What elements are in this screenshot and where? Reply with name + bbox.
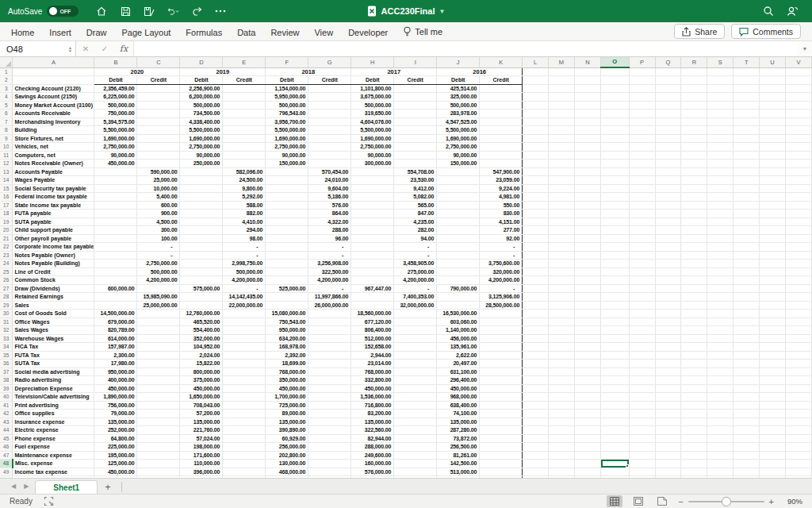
cell[interactable]: 135,000.00	[351, 418, 394, 426]
cell[interactable]	[681, 376, 707, 385]
cell[interactable]: 950,000.00	[266, 326, 308, 335]
cell[interactable]: 152,658.00	[351, 343, 394, 352]
cell[interactable]: 322,560.00	[351, 426, 394, 435]
cell[interactable]: 3,675,000.00	[351, 93, 394, 102]
cell[interactable]	[437, 243, 480, 252]
cell[interactable]	[523, 293, 549, 302]
cell[interactable]	[137, 343, 180, 352]
cell[interactable]	[707, 143, 733, 152]
cell[interactable]: 3,125,906.00	[480, 293, 523, 302]
cell[interactable]: 750,000.00	[94, 110, 137, 118]
cell[interactable]: -	[480, 251, 523, 260]
cell[interactable]	[629, 201, 655, 210]
cell[interactable]	[655, 276, 681, 285]
cell[interactable]: 7,400,353.00	[394, 293, 437, 302]
cell[interactable]	[137, 126, 180, 135]
cell[interactable]	[394, 160, 437, 168]
cell[interactable]	[574, 184, 600, 193]
cell[interactable]	[600, 343, 629, 352]
cell[interactable]	[786, 217, 812, 226]
cell[interactable]	[137, 160, 180, 168]
cell[interactable]	[707, 134, 733, 143]
cell[interactable]	[629, 67, 655, 76]
cell[interactable]: 450,000.00	[351, 384, 394, 393]
cell[interactable]: 2,750,000.00	[266, 143, 308, 152]
tab-formulas[interactable]: Formulas	[186, 28, 222, 37]
cell[interactable]	[266, 267, 308, 276]
cell[interactable]	[733, 276, 760, 285]
cell[interactable]: 554,400.00	[180, 326, 223, 335]
cell[interactable]: 296,400.00	[437, 376, 480, 385]
cell[interactable]: 130,000.00	[266, 460, 308, 468]
cell[interactable]: 300.00	[137, 226, 180, 235]
row-header[interactable]: 5	[0, 101, 13, 110]
cell[interactable]	[681, 401, 707, 410]
cell[interactable]	[600, 134, 629, 143]
cell[interactable]	[707, 67, 733, 76]
cell[interactable]	[523, 351, 549, 360]
page-layout-view-icon[interactable]	[630, 495, 646, 507]
cell[interactable]	[137, 393, 180, 402]
cell[interactable]	[549, 260, 575, 268]
cell[interactable]	[786, 351, 812, 360]
cell[interactable]: 3,956,700.00	[266, 117, 308, 126]
cell[interactable]	[629, 176, 655, 185]
cell[interactable]: 500,000.00	[137, 267, 180, 276]
cell[interactable]	[629, 401, 655, 410]
cell[interactable]: 575,000.00	[180, 284, 223, 293]
tab-insert[interactable]: Insert	[49, 28, 71, 37]
cell[interactable]: 18,560,000.00	[351, 310, 394, 318]
cell[interactable]	[707, 351, 733, 360]
cell[interactable]	[549, 76, 575, 85]
row-header[interactable]: 48	[0, 460, 13, 468]
cell[interactable]	[733, 201, 760, 210]
cell[interactable]	[681, 393, 707, 402]
cell[interactable]	[523, 334, 549, 343]
row-header[interactable]: 14	[0, 176, 13, 185]
cell[interactable]	[523, 360, 549, 368]
cell[interactable]	[629, 160, 655, 168]
cell[interactable]: 83,200.00	[351, 410, 394, 418]
cell[interactable]	[394, 460, 437, 468]
cell[interactable]	[574, 260, 600, 268]
save-icon[interactable]	[119, 5, 132, 17]
cell[interactable]	[760, 226, 786, 235]
cell[interactable]	[786, 101, 812, 110]
cell[interactable]	[600, 251, 629, 260]
cell[interactable]: 23,059.00	[480, 176, 523, 185]
cell[interactable]	[600, 334, 629, 343]
cell[interactable]	[94, 276, 137, 285]
cell[interactable]	[549, 217, 575, 226]
cell[interactable]	[733, 468, 760, 476]
row-header[interactable]: 9	[0, 134, 13, 143]
cell[interactable]: Other payroll payable	[13, 234, 94, 243]
cell[interactable]	[480, 443, 523, 452]
cell[interactable]	[733, 93, 760, 102]
cell[interactable]	[549, 93, 575, 102]
cell[interactable]: 9,604.00	[308, 184, 351, 193]
cell[interactable]	[629, 301, 655, 310]
cell[interactable]: 450,000.00	[180, 384, 223, 393]
row-header[interactable]: 37	[0, 368, 13, 376]
column-header[interactable]: D	[180, 57, 223, 67]
cell[interactable]	[549, 126, 575, 135]
name-box[interactable]: O48 ▲▼	[0, 41, 76, 56]
cell[interactable]: 150,000.00	[266, 160, 308, 168]
cell[interactable]	[549, 176, 575, 185]
row-header[interactable]: 19	[0, 217, 13, 226]
cell[interactable]	[94, 167, 137, 176]
cell[interactable]	[351, 217, 394, 226]
cell[interactable]: 319,650.00	[351, 110, 394, 118]
row-header[interactable]: 12	[0, 160, 13, 168]
cell[interactable]	[707, 334, 733, 343]
cell[interactable]	[733, 318, 760, 326]
cell[interactable]	[137, 451, 180, 460]
cell[interactable]: 725,000.00	[266, 401, 308, 410]
cell[interactable]	[681, 284, 707, 293]
cell[interactable]	[523, 226, 549, 235]
cell[interactable]	[574, 351, 600, 360]
cell[interactable]: 3,458,905.00	[394, 260, 437, 268]
cell[interactable]	[394, 93, 437, 102]
cell[interactable]	[437, 193, 480, 202]
cell[interactable]	[523, 443, 549, 452]
